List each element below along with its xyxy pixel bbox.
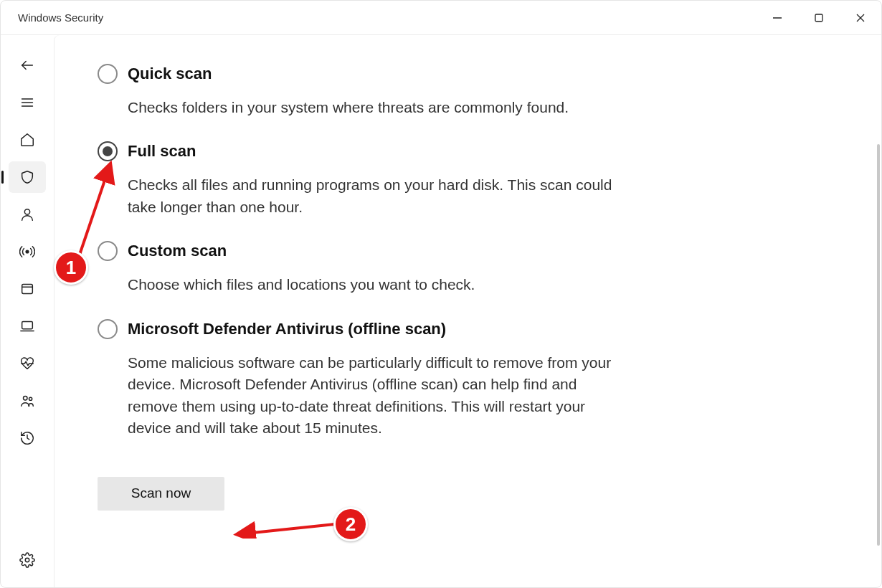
laptop-icon <box>19 318 35 334</box>
main-content: Quick scan Checks folders in your system… <box>54 35 881 587</box>
custom-scan-title: Custom scan <box>128 241 630 261</box>
titlebar: Windows Security <box>1 1 881 35</box>
offline-scan-title: Microsoft Defender Antivirus (offline sc… <box>128 319 630 339</box>
sidebar-item-settings[interactable] <box>9 544 46 576</box>
back-button[interactable] <box>9 49 46 81</box>
sidebar-item-home[interactable] <box>9 124 46 156</box>
annotation-badge-2: 2 <box>333 507 368 541</box>
offline-scan-text: Microsoft Defender Antivirus (offline sc… <box>128 319 630 440</box>
radio-full[interactable] <box>98 141 118 161</box>
sidebar-item-device[interactable] <box>9 310 46 342</box>
scrollbar-track[interactable] <box>873 1 880 553</box>
sidebar-item-network[interactable] <box>9 236 46 267</box>
hamburger-icon <box>20 95 34 110</box>
scrollbar-thumb[interactable] <box>877 144 880 546</box>
body-area: Quick scan Checks folders in your system… <box>1 35 881 587</box>
sidebar-item-history[interactable] <box>9 422 46 454</box>
history-icon <box>19 430 35 446</box>
svg-rect-12 <box>22 322 33 329</box>
radio-quick[interactable] <box>98 64 118 84</box>
back-arrow-icon <box>19 57 35 73</box>
heart-pulse-icon <box>19 356 35 371</box>
option-offline-scan: Microsoft Defender Antivirus (offline sc… <box>98 319 845 440</box>
sidebar-item-account[interactable] <box>9 199 46 230</box>
offline-scan-desc: Some malicious software can be particula… <box>128 352 630 440</box>
svg-point-15 <box>29 397 32 400</box>
window-icon <box>19 281 35 297</box>
quick-scan-text: Quick scan Checks folders in your system… <box>128 64 630 118</box>
custom-scan-desc: Choose which files and locations you wan… <box>128 274 630 295</box>
sidebar-item-app-browser[interactable] <box>9 273 46 305</box>
full-scan-text: Full scan Checks all files and running p… <box>128 141 630 218</box>
svg-point-8 <box>24 209 29 214</box>
close-icon <box>855 13 866 23</box>
minimize-icon <box>772 13 782 23</box>
svg-rect-10 <box>22 285 33 294</box>
radio-custom[interactable] <box>98 241 118 261</box>
custom-scan-text: Custom scan Choose which files and locat… <box>128 241 630 295</box>
shield-icon <box>19 169 35 185</box>
antenna-icon <box>19 244 35 260</box>
option-full-scan: Full scan Checks all files and running p… <box>98 141 845 218</box>
option-custom-scan: Custom scan Choose which files and locat… <box>98 241 845 295</box>
person-icon <box>19 207 35 222</box>
option-quick-scan: Quick scan Checks folders in your system… <box>98 64 845 118</box>
gear-icon <box>19 552 35 568</box>
svg-point-16 <box>25 558 29 562</box>
maximize-button[interactable] <box>798 1 840 34</box>
svg-point-14 <box>24 397 28 401</box>
minimize-button[interactable] <box>757 1 798 34</box>
sidebar-item-family[interactable] <box>9 385 46 417</box>
svg-rect-1 <box>815 14 822 22</box>
maximize-icon <box>814 13 824 23</box>
sidebar <box>1 35 54 587</box>
sidebar-item-security[interactable] <box>9 161 46 193</box>
annotation-badge-1: 1 <box>54 250 88 285</box>
window-controls <box>757 1 881 34</box>
people-icon <box>19 393 35 409</box>
sidebar-bottom <box>1 544 54 576</box>
full-scan-desc: Checks all files and running programs on… <box>128 174 630 218</box>
full-scan-title: Full scan <box>128 141 630 161</box>
quick-scan-desc: Checks folders in your system where thre… <box>128 97 630 118</box>
sidebar-inner <box>9 49 46 587</box>
scan-now-button[interactable]: Scan now <box>98 477 224 511</box>
menu-button[interactable] <box>9 87 46 118</box>
sidebar-item-health[interactable] <box>9 348 46 379</box>
window-title: Windows Security <box>18 11 103 24</box>
quick-scan-title: Quick scan <box>128 64 630 84</box>
svg-point-9 <box>26 250 29 253</box>
home-icon <box>19 132 35 148</box>
radio-offline[interactable] <box>98 319 118 339</box>
